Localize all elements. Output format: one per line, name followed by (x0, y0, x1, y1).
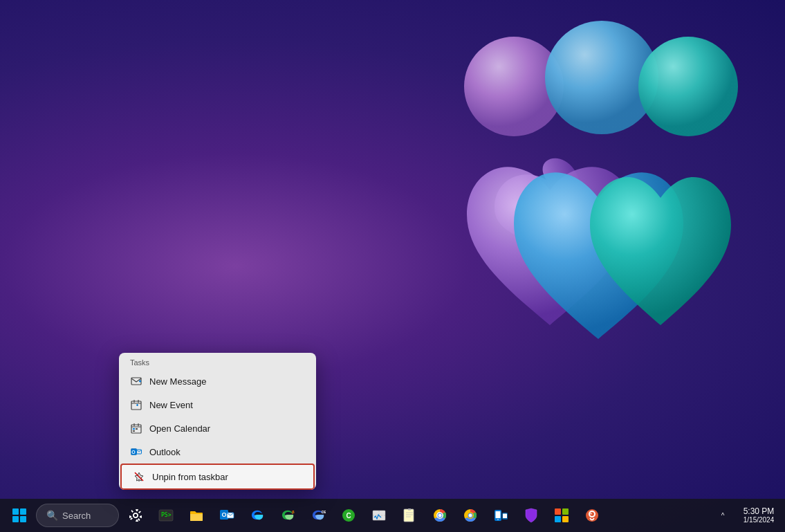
system-tray: ^ 5:30 PM 1/15/2024 (709, 502, 779, 529)
context-menu-outlook[interactable]: O Outlook (119, 440, 316, 464)
svg-rect-23 (20, 516, 26, 522)
taskbar-app-edge-beta[interactable]: β (274, 502, 302, 529)
taskbar-app-outlook[interactable]: O (213, 502, 241, 529)
svg-rect-42 (408, 508, 411, 511)
taskbar-app-chrome[interactable] (456, 502, 484, 529)
svg-rect-58 (562, 516, 569, 522)
taskbar-clock[interactable]: 5:30 PM 1/15/2024 (738, 502, 779, 529)
desktop: Tasks New Message N (0, 0, 785, 532)
chrome-yellow-icon (432, 508, 447, 523)
edge-dev-icon: DEV (311, 508, 326, 523)
edge-icon (250, 508, 265, 523)
teams-like-icon: C (341, 508, 356, 523)
taskbar: 🔍 Search PS> (0, 499, 785, 532)
outlook-icon: O (130, 446, 142, 458)
purple-app-icon (524, 508, 539, 523)
svg-text:β: β (292, 510, 295, 514)
svg-text:O: O (131, 450, 136, 455)
taskbar-app-notepad[interactable] (396, 502, 423, 529)
context-menu-new-message[interactable]: New Message (119, 369, 316, 393)
clock-display: 5:30 PM 1/15/2024 (744, 506, 775, 524)
snip-tool-icon (371, 508, 387, 523)
outlook-app-icon: O (219, 508, 234, 523)
new-event-icon (130, 398, 142, 411)
taskbar-app-edge-dev[interactable]: DEV (304, 502, 332, 529)
phone-link-icon (493, 508, 508, 523)
svg-rect-22 (12, 516, 19, 522)
svg-rect-20 (12, 508, 19, 515)
duckduckgo-icon (584, 508, 600, 523)
svg-text:C: C (346, 512, 351, 520)
svg-point-49 (469, 514, 472, 517)
taskbar-app-snip[interactable] (365, 502, 393, 529)
svg-point-62 (591, 513, 592, 515)
open-calendar-icon (130, 422, 142, 434)
svg-rect-57 (555, 516, 561, 522)
chrome-icon (463, 508, 478, 523)
context-menu-open-calendar[interactable]: Open Calendar (119, 416, 316, 440)
svg-rect-13 (136, 428, 138, 430)
windows-logo-icon (12, 508, 27, 523)
taskbar-app-terminal[interactable]: PS> (152, 502, 180, 529)
new-message-label: New Message (149, 376, 206, 387)
hero-image (453, 21, 744, 367)
svg-point-25 (133, 513, 138, 517)
outlook-label: Outlook (149, 447, 181, 457)
unpin-taskbar-icon (133, 470, 145, 483)
svg-rect-54 (503, 514, 507, 519)
svg-point-46 (438, 514, 442, 517)
svg-point-2 (638, 37, 738, 136)
unpin-taskbar-label: Unpin from taskbar (152, 472, 228, 482)
svg-text:PS>: PS> (161, 512, 172, 518)
context-menu-tasks-label: Tasks (119, 353, 316, 369)
taskbar-app-settings[interactable] (122, 502, 149, 529)
taskbar-app-chrome-yellow[interactable] (426, 502, 454, 529)
svg-text:O: O (221, 511, 226, 518)
svg-rect-56 (562, 508, 569, 515)
taskbar-app-phone-link[interactable] (487, 502, 515, 529)
new-message-icon (130, 375, 142, 387)
taskbar-app-store[interactable] (548, 502, 575, 529)
search-bar[interactable]: 🔍 Search (36, 504, 119, 527)
terminal-icon: PS> (158, 508, 174, 523)
notepad-icon (402, 508, 417, 523)
taskbar-show-hidden-icons[interactable]: ^ (709, 502, 737, 529)
svg-rect-21 (20, 508, 26, 515)
svg-point-52 (497, 519, 499, 520)
taskbar-app-edge[interactable] (243, 502, 271, 529)
start-button[interactable] (6, 502, 33, 529)
svg-rect-12 (133, 428, 135, 430)
svg-rect-51 (496, 511, 501, 518)
context-menu-new-event[interactable]: New Event (119, 393, 316, 416)
store-icon (554, 508, 569, 523)
open-calendar-label: Open Calendar (149, 423, 210, 434)
taskbar-app-teams-like[interactable]: C (335, 502, 362, 529)
context-menu: Tasks New Message N (119, 353, 316, 490)
edge-beta-icon: β (280, 508, 295, 523)
settings-icon (128, 508, 143, 523)
context-menu-unpin-taskbar[interactable]: Unpin from taskbar (120, 464, 315, 490)
svg-text:DEV: DEV (322, 510, 326, 514)
search-icon: 🔍 (46, 510, 58, 521)
taskbar-app-purple[interactable] (517, 502, 545, 529)
search-label: Search (62, 511, 91, 521)
svg-rect-55 (555, 508, 561, 515)
taskbar-app-duckduckgo[interactable] (578, 502, 606, 529)
file-explorer-icon (189, 508, 204, 523)
svg-rect-38 (404, 509, 414, 522)
new-event-label: New Event (149, 400, 193, 410)
svg-rect-14 (133, 430, 135, 432)
taskbar-app-explorer[interactable] (183, 502, 210, 529)
